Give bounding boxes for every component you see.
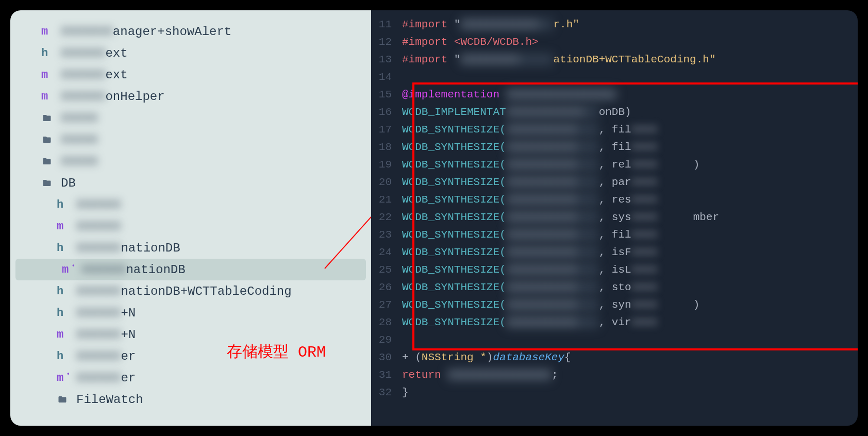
- file-item-5[interactable]: XXXXX: [10, 129, 371, 150]
- file-name-label: XXXXXXnationDB: [81, 263, 186, 277]
- code-line[interactable]: 14: [376, 68, 858, 86]
- m-file-icon: m: [41, 25, 57, 38]
- line-number: 13: [376, 54, 402, 65]
- line-number: 14: [376, 71, 402, 83]
- code-line[interactable]: 17WCDB_SYNTHESIZE(XXXXXXXXXXX, filXXXX: [376, 121, 858, 138]
- h-file-icon: h: [57, 285, 72, 298]
- m-file-icon: m: [41, 69, 57, 81]
- h-file-icon: h: [57, 198, 72, 211]
- file-name-label: XXXXXXonHelper: [61, 90, 165, 104]
- file-item-4[interactable]: XXXXX: [10, 107, 371, 129]
- code-content: WCDB_SYNTHESIZE(XXXXXXXXXXX, filXXXX: [402, 124, 693, 136]
- file-item-7[interactable]: DB: [10, 172, 371, 194]
- code-line[interactable]: 11#import "XXXXXXXXXXXXr.h": [376, 15, 858, 33]
- file-item-9[interactable]: mXXXXXX: [10, 215, 371, 237]
- file-name-label: XXXXXX: [76, 220, 121, 233]
- code-content: WCDB_IMPLEMENTATXXXXXXXXXXXXonDB): [402, 106, 631, 118]
- line-number: 11: [376, 19, 402, 30]
- file-name-label: XXXXXX+N: [76, 328, 136, 342]
- file-item-11[interactable]: m•XXXXXXnationDB: [15, 259, 366, 280]
- file-item-8[interactable]: hXXXXXX: [10, 194, 371, 215]
- file-item-14[interactable]: mXXXXXX+N: [10, 324, 371, 345]
- line-number: 16: [376, 106, 402, 118]
- file-item-0[interactable]: mXXXXXXXanager+showAlert: [10, 21, 371, 42]
- line-number: 32: [376, 387, 402, 398]
- folder-icon: [41, 113, 57, 123]
- code-area: 11#import "XXXXXXXXXXXXr.h"12#import <WC…: [371, 15, 858, 401]
- h-file-icon: h: [57, 242, 72, 255]
- line-number: 17: [376, 124, 402, 136]
- code-line[interactable]: 26WCDB_SYNTHESIZE(XXXXXXXXXXX, stoXXXX: [376, 278, 858, 296]
- code-content: WCDB_SYNTHESIZE(XXXXXXXXXXX, relXXXX): [402, 159, 699, 171]
- file-item-2[interactable]: mXXXXXXext: [10, 64, 371, 86]
- file-list: mXXXXXXXanager+showAlerthXXXXXXextmXXXXX…: [10, 21, 371, 410]
- code-content: WCDB_SYNTHESIZE(XXXXXXXXXXX, isLXXXX: [402, 264, 693, 276]
- folder-icon: [41, 135, 57, 144]
- line-number: 12: [376, 36, 402, 48]
- file-navigator-sidebar: mXXXXXXXanager+showAlerthXXXXXXextmXXXXX…: [10, 10, 371, 426]
- file-name-label: XXXXXX+N: [76, 306, 136, 320]
- code-content: WCDB_SYNTHESIZE(XXXXXXXXXXX, filXXXX: [402, 141, 693, 153]
- m-file-icon: m: [41, 90, 57, 103]
- code-line[interactable]: 15@implementation XXXXXXXXXXXXXXXXX: [376, 86, 858, 103]
- code-line[interactable]: 20WCDB_SYNTHESIZE(XXXXXXXXXXX, parXXXX: [376, 173, 858, 191]
- code-line[interactable]: 12#import <WCDB/WCDB.h>: [376, 33, 858, 51]
- code-line[interactable]: 24WCDB_SYNTHESIZE(XXXXXXXXXXX, isFXXXX: [376, 243, 858, 261]
- line-number: 19: [376, 159, 402, 171]
- code-line[interactable]: 25WCDB_SYNTHESIZE(XXXXXXXXXXX, isLXXXX: [376, 261, 858, 278]
- file-name-label: XXXXXXer: [76, 371, 136, 385]
- file-item-15[interactable]: hXXXXXXer: [10, 345, 371, 367]
- code-line[interactable]: 29: [376, 331, 858, 348]
- m-file-icon: m•: [57, 372, 72, 384]
- code-content: WCDB_SYNTHESIZE(XXXXXXXXXXX, resXXXX: [402, 194, 693, 206]
- file-item-16[interactable]: m•XXXXXXer: [10, 367, 371, 389]
- line-number: 29: [376, 334, 402, 346]
- file-item-12[interactable]: hXXXXXXnationDB+WCTTableCoding: [10, 280, 371, 302]
- code-line[interactable]: 21WCDB_SYNTHESIZE(XXXXXXXXXXX, resXXXX: [376, 191, 858, 208]
- code-line[interactable]: 22WCDB_SYNTHESIZE(XXXXXXXXXXX, sysXXXXmb…: [376, 208, 858, 226]
- file-name-label: DB: [61, 176, 76, 190]
- m-file-icon: m•: [62, 263, 77, 276]
- line-number: 27: [376, 299, 402, 311]
- code-line[interactable]: 13#import "XXXXXXXXXationDB+WCTTableCodi…: [376, 51, 858, 68]
- line-number: 30: [376, 351, 402, 363]
- code-line[interactable]: 16WCDB_IMPLEMENTATXXXXXXXXXXXXonDB): [376, 103, 858, 121]
- file-name-label: XXXXX: [61, 111, 98, 125]
- file-item-6[interactable]: XXXXX: [10, 150, 371, 172]
- file-item-10[interactable]: hXXXXXXnationDB: [10, 237, 371, 259]
- folder-icon: [57, 395, 72, 404]
- line-number: 25: [376, 264, 402, 276]
- code-content: WCDB_SYNTHESIZE(XXXXXXXXXXX, sysXXXXmber: [402, 211, 719, 223]
- file-name-label: XXXXX: [61, 155, 98, 169]
- file-item-13[interactable]: hXXXXXX+N: [10, 302, 371, 324]
- line-number: 28: [376, 316, 402, 328]
- m-file-icon: m: [57, 328, 72, 341]
- code-content: #import "XXXXXXXXXXXXr.h": [402, 19, 579, 30]
- line-number: 26: [376, 281, 402, 293]
- code-content: WCDB_SYNTHESIZE(XXXXXXXXXXX, stoXXXX: [402, 281, 693, 293]
- file-item-3[interactable]: mXXXXXXonHelper: [10, 86, 371, 107]
- file-name-label: XXXXXXXanager+showAlert: [61, 25, 231, 39]
- line-number: 20: [376, 176, 402, 188]
- line-number: 18: [376, 141, 402, 153]
- code-line[interactable]: 30+ (NSString *)databaseKey{: [376, 348, 858, 366]
- file-item-1[interactable]: hXXXXXXext: [10, 42, 371, 64]
- file-name-label: XXXXXXnationDB+WCTTableCoding: [76, 284, 292, 298]
- code-editor[interactable]: 11#import "XXXXXXXXXXXXr.h"12#import <WC…: [371, 10, 858, 426]
- file-name-label: XXXXXXext: [61, 68, 128, 82]
- code-content: WCDB_SYNTHESIZE(XXXXXXXXXXX, virXXXX: [402, 316, 693, 328]
- code-line[interactable]: 23WCDB_SYNTHESIZE(XXXXXXXXXXX, filXXXX: [376, 226, 858, 243]
- file-item-17[interactable]: FileWatch: [10, 389, 371, 410]
- code-line[interactable]: 32}: [376, 383, 858, 401]
- line-number: 21: [376, 194, 402, 206]
- code-content: WCDB_SYNTHESIZE(XXXXXXXXXXX, filXXXX: [402, 229, 693, 241]
- code-line[interactable]: 31 return XXXXXXXXXXXXXXXX;: [376, 366, 858, 383]
- code-line[interactable]: 19WCDB_SYNTHESIZE(XXXXXXXXXXX, relXXXX): [376, 156, 858, 173]
- code-line[interactable]: 18WCDB_SYNTHESIZE(XXXXXXXXXXX, filXXXX: [376, 138, 858, 156]
- code-line[interactable]: 28WCDB_SYNTHESIZE(XXXXXXXXXXX, virXXXX: [376, 313, 858, 331]
- m-file-icon: m: [57, 220, 72, 233]
- code-line[interactable]: 27WCDB_SYNTHESIZE(XXXXXXXXXXX, synXXXX): [376, 296, 858, 313]
- line-number: 15: [376, 89, 402, 100]
- file-name-label: XXXXXXer: [76, 349, 136, 363]
- h-file-icon: h: [57, 350, 72, 363]
